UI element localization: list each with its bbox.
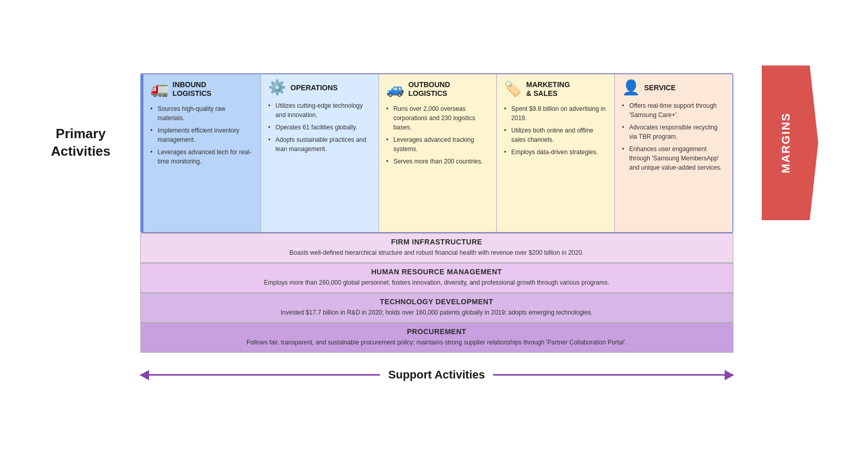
- operations-bullet-1: Utilizes cutting-edge technology and inn…: [268, 101, 371, 120]
- col-inbound-header: 🚛 INBOUND LOGISTICS: [151, 80, 254, 98]
- operations-bullet-3: Adopts sustainable practices and lean ma…: [268, 135, 371, 154]
- outbound-bullet-3: Serves more than 200 countries.: [386, 157, 489, 166]
- main-container: Primary Activities 🚛 INBOUND LOGISTICS S…: [47, 63, 821, 398]
- primary-activities-label: Primary Activities: [47, 63, 114, 223]
- operations-icon: ⚙️: [268, 80, 286, 95]
- hr-desc: Employs more than 260,000 global personn…: [249, 278, 625, 292]
- support-activities-label: Support Activities: [380, 368, 493, 382]
- outbound-title: OUTBOUND LOGISTICS: [408, 80, 450, 98]
- col-operations: ⚙️ OPERATIONS Utilizes cutting-edge tech…: [261, 74, 379, 232]
- proc-title: PROCUREMENT: [402, 323, 471, 338]
- outbound-bullet-1: Runs over 2,000 overseas corporations an…: [386, 104, 489, 132]
- marketing-title: MARKETING & SALES: [526, 80, 570, 98]
- inbound-bullet-2: Implements efficient inventory managemen…: [151, 126, 254, 144]
- service-bullets: Offers real-time support through 'Samsun…: [622, 101, 725, 175]
- marketing-bullet-1: Spent $9.8 billion on advertising in 201…: [504, 104, 607, 123]
- tech-title: TECHNOLOGY DEVELOPMENT: [375, 293, 499, 308]
- row-hr-management: HUMAN RESOURCE MANAGEMENT Employs more t…: [140, 263, 733, 293]
- firm-title: FIRM INFRASTRUCTURE: [386, 234, 487, 248]
- col-inbound-logistics: 🚛 INBOUND LOGISTICS Sources high-quality…: [141, 74, 261, 232]
- service-title: SERVICE: [644, 84, 676, 92]
- arrow-left-head: [140, 370, 149, 380]
- row-firm-infrastructure: FIRM INFRASTRUCTURE Boasts well-defined …: [140, 233, 733, 263]
- service-bullet-3: Enhances user engagement through 'Samsun…: [622, 144, 725, 172]
- support-arrow-wrapper: Support Activities: [140, 368, 733, 382]
- outbound-bullet-2: Leverages advanced tracking systems.: [386, 135, 489, 154]
- col-outbound-header: 🚙 OUTBOUND LOGISTICS: [386, 80, 489, 98]
- tech-desc: Invested $17.7 billion in R&D in 2020; h…: [265, 308, 608, 322]
- inbound-bullet-1: Sources high-quality raw materials.: [151, 104, 254, 123]
- col-operations-header: ⚙️ OPERATIONS: [268, 80, 371, 95]
- margins-shape: MARGINS: [762, 65, 818, 220]
- inbound-bullets: Sources high-quality raw materials. Impl…: [151, 104, 254, 169]
- primary-activities-text: Primary Activities: [51, 125, 111, 160]
- col-marketing-sales: 🏷️ MARKETING & SALES Spent $9.8 billion …: [497, 74, 615, 232]
- col-marketing-header: 🏷️ MARKETING & SALES: [504, 80, 607, 98]
- service-icon: 👤: [622, 80, 640, 95]
- col-service: 👤 SERVICE Offers real-time support throu…: [615, 74, 732, 232]
- proc-desc: Follows fair, transparent, and sustainab…: [231, 338, 642, 352]
- hr-title: HUMAN RESOURCE MANAGEMENT: [366, 264, 507, 278]
- inbound-bullet-3: Leverages advanced tech for real-time mo…: [151, 147, 254, 166]
- service-bullet-1: Offers real-time support through 'Samsun…: [622, 101, 725, 120]
- col-service-header: 👤 SERVICE: [622, 80, 725, 95]
- outbound-icon: 🚙: [386, 82, 404, 96]
- arrow-right-head: [725, 370, 734, 380]
- service-bullet-2: Advocates responsible recycling via TBR …: [622, 123, 725, 141]
- firm-desc: Boasts well-defined hierarchical structu…: [274, 248, 599, 262]
- margins-arrow: MARGINS: [759, 63, 821, 223]
- operations-bullet-2: Operates 61 facilities globally.: [268, 123, 371, 132]
- row-tech-development: TECHNOLOGY DEVELOPMENT Invested $17.7 bi…: [140, 293, 733, 323]
- marketing-icon: 🏷️: [504, 82, 522, 96]
- margins-text: MARGINS: [779, 112, 793, 173]
- operations-title: OPERATIONS: [290, 84, 338, 92]
- inbound-title: INBOUND LOGISTICS: [173, 80, 211, 98]
- marketing-bullet-2: Utilizes both online and offline sales c…: [504, 126, 607, 144]
- support-section: FIRM INFRASTRUCTURE Boasts well-defined …: [140, 233, 733, 353]
- inbound-icon: 🚛: [151, 82, 169, 96]
- col-outbound-logistics: 🚙 OUTBOUND LOGISTICS Runs over 2,000 ove…: [379, 74, 497, 232]
- row-procurement: PROCUREMENT Follows fair, transparent, a…: [140, 323, 733, 353]
- support-activities-container: Support Activities: [140, 362, 733, 388]
- outbound-bullets: Runs over 2,000 overseas corporations an…: [386, 104, 489, 169]
- primary-activities-columns: 🚛 INBOUND LOGISTICS Sources high-quality…: [140, 73, 733, 233]
- marketing-bullets: Spent $9.8 billion on advertising in 201…: [504, 104, 607, 160]
- marketing-bullet-3: Employs data-driven strategies.: [504, 147, 607, 157]
- operations-bullets: Utilizes cutting-edge technology and inn…: [268, 101, 371, 157]
